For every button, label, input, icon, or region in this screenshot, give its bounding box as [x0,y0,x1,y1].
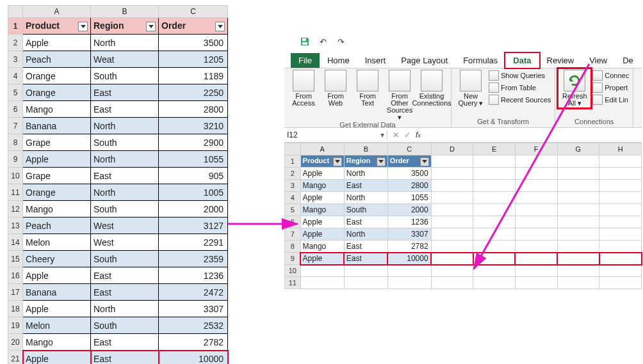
cell[interactable]: Banana [23,284,91,301]
row-header[interactable]: 6 [8,101,23,118]
cell[interactable]: 2800 [159,101,228,118]
cell[interactable] [599,228,642,241]
cell[interactable]: Melon [23,234,91,251]
row-header[interactable]: 1 [8,18,23,35]
cell[interactable]: 2532 [159,317,228,334]
filtered-table[interactable]: ABCDEFGH1ProductRegionOrder2AppleNorth35… [284,143,642,289]
row-header[interactable]: 8 [285,241,301,253]
cell[interactable]: West [91,234,159,251]
tab-de[interactable]: De [615,53,641,68]
col-header[interactable]: A [300,143,344,155]
cell[interactable] [431,265,473,277]
ribbon-button[interactable]: FromOther Sources ▾ [384,70,415,121]
cell[interactable] [431,155,473,168]
cell[interactable] [473,155,516,168]
table-row[interactable]: 9AppleNorth1055 [8,151,228,168]
cell[interactable]: 1236 [159,267,228,284]
cell[interactable]: East [91,267,159,284]
cell[interactable]: North [344,192,387,204]
row-header[interactable]: 14 [8,234,23,251]
cell[interactable] [473,241,516,253]
tab-page-layout[interactable]: Page Layout [393,53,455,68]
cell[interactable] [557,204,599,216]
cell[interactable]: 1055 [159,151,228,168]
cell[interactable]: 1055 [387,192,431,204]
cell[interactable] [473,204,516,216]
cell[interactable]: Cheery [23,251,91,267]
cell[interactable]: 1205 [159,51,228,68]
cell[interactable]: East [344,253,387,265]
filter-dropdown-icon[interactable] [333,157,342,166]
row-header[interactable]: 12 [8,201,23,218]
cell[interactable]: Apple [23,267,91,284]
cell[interactable] [515,180,557,192]
table-row[interactable]: 14MelonWest2291 [8,234,228,251]
name-box[interactable]: I12▾ [284,131,387,139]
cell[interactable] [473,228,516,241]
cell[interactable] [431,168,473,180]
ribbon-button[interactable]: ExistingConnections [416,70,447,121]
cell[interactable] [387,277,431,289]
cell[interactable] [599,277,642,289]
cell[interactable]: Mango [23,334,91,351]
cell[interactable]: 1236 [387,216,431,228]
cell[interactable]: Apple [300,253,344,265]
cell[interactable]: Grape [23,168,91,184]
cell[interactable] [344,277,387,289]
cell[interactable]: East [344,180,387,192]
cell[interactable]: Peach [23,218,91,234]
new-query-button[interactable]: New Query ▾ [455,70,486,107]
cell[interactable]: Orange [23,68,91,84]
row-header[interactable]: 3 [285,180,301,192]
cell[interactable]: 2782 [387,241,431,253]
table-row[interactable]: 17BananaEast2472 [8,284,228,301]
tab-data[interactable]: Data [505,53,539,68]
cell[interactable]: 3210 [159,118,228,134]
table-row[interactable]: 19MelonSouth2532 [8,317,228,334]
cell[interactable] [515,204,557,216]
enter-icon[interactable]: ✓ [404,131,411,139]
filter-dropdown-icon[interactable] [377,157,386,166]
row-header[interactable]: 7 [8,118,23,134]
cell[interactable] [515,277,557,289]
col-header[interactable]: F [515,143,557,155]
row-header[interactable]: 5 [285,204,301,216]
cell[interactable] [599,216,642,228]
row-header[interactable]: 18 [8,301,23,317]
table-row[interactable]: 11OrangeNorth1005 [8,184,228,201]
row-header[interactable]: 3 [8,51,23,68]
table-row[interactable]: 4AppleNorth1055 [285,192,642,204]
cell[interactable]: Apple [300,228,344,241]
cell[interactable]: East [91,168,159,184]
cell[interactable] [431,180,473,192]
cell[interactable]: Apple [23,35,91,51]
col-header[interactable]: A [23,6,91,18]
row-header[interactable]: 8 [8,134,23,151]
cell[interactable] [431,228,473,241]
redo-icon[interactable]: ↷ [336,36,346,47]
cell[interactable]: South [91,201,159,218]
cancel-icon[interactable]: ✕ [393,131,399,139]
cell[interactable]: 2782 [159,334,228,351]
cell[interactable] [431,192,473,204]
cell[interactable]: Peach [23,51,91,68]
cell[interactable]: North [91,118,159,134]
cell[interactable]: East [344,241,387,253]
chevron-down-icon[interactable]: ▾ [378,131,387,139]
table-row[interactable]: 16AppleEast1236 [8,267,228,284]
edit-links-button[interactable]: Edit Lin [592,94,629,106]
cell[interactable]: Apple [300,192,344,204]
filter-dropdown-icon[interactable] [420,157,429,166]
cell[interactable]: 3127 [159,218,228,234]
col-header[interactable]: B [344,143,387,155]
cell[interactable] [431,253,473,265]
cell[interactable]: South [344,204,387,216]
recent-sources-button[interactable]: Recent Sources [489,94,551,106]
col-header[interactable]: D [431,143,473,155]
cell[interactable]: 3500 [159,35,228,51]
table-row[interactable]: 7BananaNorth3210 [8,118,228,134]
cell[interactable] [431,277,473,289]
from-table-button[interactable]: From Table [489,82,551,93]
table-row[interactable]: 10GrapeEast905 [8,168,228,184]
cell[interactable] [473,192,516,204]
